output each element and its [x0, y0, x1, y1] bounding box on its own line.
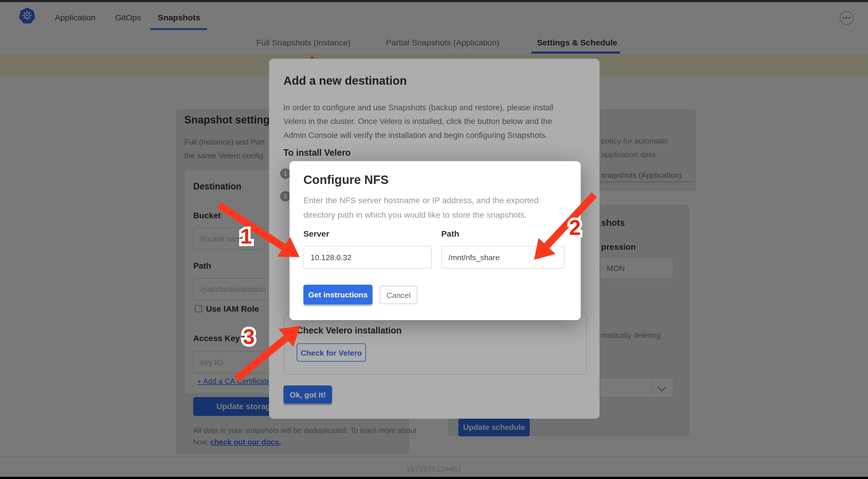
- nfs-path-label: Path: [441, 229, 459, 238]
- annotation-badge-3: 33: [243, 326, 254, 347]
- nfs-modal-title: Configure NFS: [303, 173, 389, 187]
- badge-2-fill: 2: [569, 216, 581, 239]
- screenshot-root: Application GitOps Snapshots ••• Full Sn…: [0, 0, 868, 479]
- nfs-desc-line1: Enter the NFS server hostname or IP addr…: [303, 193, 539, 208]
- annotation-badge-1: 11: [240, 226, 252, 247]
- get-instructions-button[interactable]: Get instructions: [303, 285, 373, 305]
- annotation-badge-2: 22: [569, 217, 581, 238]
- nfs-desc-line2: directory path in which you would like t…: [303, 208, 539, 222]
- cancel-button[interactable]: Cancel: [380, 286, 417, 304]
- nfs-modal-desc: Enter the NFS server hostname or IP addr…: [303, 193, 539, 222]
- badge-3-fill: 3: [243, 325, 254, 348]
- badge-1-fill: 1: [240, 225, 252, 248]
- server-label: Server: [303, 229, 329, 238]
- server-input[interactable]: [303, 246, 432, 269]
